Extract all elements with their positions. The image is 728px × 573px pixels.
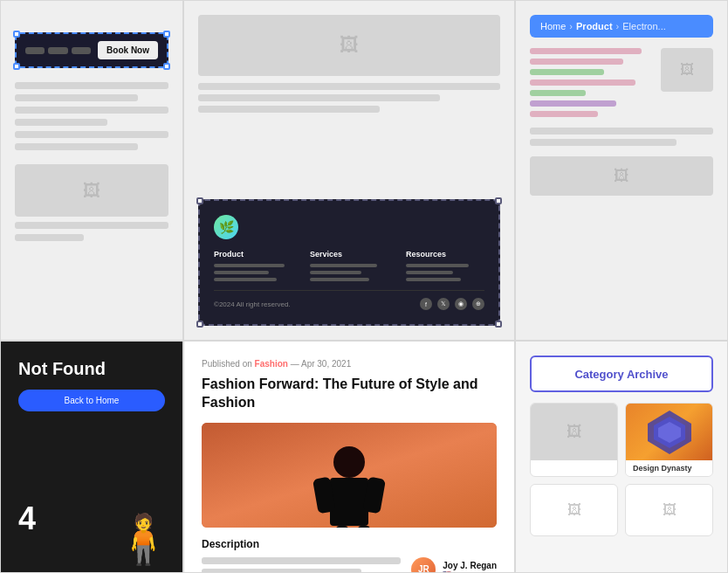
image-icon: 🖼 — [340, 34, 359, 57]
back-home-button[interactable]: Back to Home — [18, 390, 165, 411]
nav-line — [310, 271, 361, 274]
footer-bottom: ©2024 All right reserved. f 𝕏 ◉ ⊕ — [214, 290, 484, 310]
facebook-icon[interactable]: f — [420, 298, 432, 310]
bottom-left-cell: Not Found Back to Home 4 🧍 — [0, 341, 183, 573]
archive-item-3[interactable]: 🖼 — [530, 484, 618, 536]
category-archive-title: Category Archive — [574, 368, 668, 381]
top-mid-cell: 🖼 🌿 Product Services — [183, 0, 515, 341]
resize-handle-bl[interactable] — [196, 321, 203, 328]
website-icon[interactable]: ⊕ — [472, 298, 484, 310]
upper-lines — [198, 83, 500, 113]
archive-item-featured[interactable]: Design Dynasty — [625, 403, 713, 477]
footer-nav: Product Services Resources — [214, 250, 484, 281]
blog-title: Fashion Forward: The Future of Style and… — [202, 376, 497, 412]
footer-nav-lines — [310, 264, 388, 281]
blog-tag[interactable]: Fashion — [255, 359, 288, 369]
footer-dark-component: 🌿 Product Services Resource — [198, 199, 500, 326]
resize-handle-bl[interactable] — [13, 63, 20, 70]
nav-line — [310, 264, 377, 267]
archive-thumbnail: 🖼 — [531, 404, 617, 460]
blog-featured-image — [202, 423, 497, 528]
ph-line — [530, 48, 642, 54]
blog-date: — — [291, 359, 301, 369]
resize-handle-tr[interactable] — [495, 197, 502, 204]
ph-line — [198, 106, 380, 113]
ph-line — [15, 143, 138, 150]
blog-author: JR Joy J. Regan 🇺🇸 John entry — [411, 557, 497, 573]
published-label: Published on — [202, 359, 252, 369]
archive-featured-image — [626, 404, 712, 460]
input-bar-3 — [72, 47, 91, 54]
image-icon: 🖼 — [567, 502, 581, 518]
archive-item-1[interactable]: 🖼 — [530, 403, 618, 477]
featured-graphic — [626, 404, 712, 460]
breadcrumb-separator: › — [616, 21, 620, 31]
ph-line — [15, 119, 107, 126]
nav-line — [214, 264, 285, 267]
resize-handle-tr[interactable] — [163, 31, 170, 38]
ph-line — [15, 94, 138, 101]
breadcrumb-home[interactable]: Home — [540, 21, 566, 31]
ph-line — [202, 557, 401, 564]
resize-handle-br[interactable] — [495, 321, 502, 328]
breadcrumb-product[interactable]: Product — [576, 21, 613, 31]
placeholder-wide-image: 🖼 — [198, 15, 500, 76]
image-icon: 🖼 — [614, 167, 629, 185]
image-icon: 🖼 — [680, 62, 694, 78]
archive-item-label: Design Dynasty — [626, 460, 712, 476]
ph-line — [530, 139, 676, 146]
author-avatar: JR — [411, 557, 436, 573]
description-label: Description — [202, 538, 497, 550]
author-info: Joy J. Regan 🇺🇸 John entry — [443, 561, 497, 573]
footer-nav-lines — [214, 264, 292, 281]
breadcrumb-separator: › — [569, 21, 573, 31]
twitter-icon[interactable]: 𝕏 — [437, 298, 450, 310]
book-now-button[interactable]: Book Now — [98, 41, 158, 59]
ph-line — [530, 111, 598, 117]
booking-widget[interactable]: Book Now — [15, 32, 168, 68]
top-left-cell: Book Now 🖼 — [0, 0, 183, 341]
product-content: 🖼 🖼 — [530, 48, 713, 196]
input-bar-1 — [25, 47, 45, 54]
ph-line — [530, 128, 713, 135]
footer-nav-col-product: Product — [214, 250, 292, 281]
ph-line — [15, 234, 84, 241]
input-bar-2 — [48, 47, 67, 54]
svg-rect-2 — [330, 478, 368, 526]
nav-line — [214, 278, 277, 281]
top-mid-upper: 🖼 — [198, 15, 500, 192]
blog-date-value: Apr 30, 2021 — [301, 359, 351, 369]
footer-nav-col-services: Services — [310, 250, 388, 281]
booking-inputs — [25, 47, 91, 54]
resize-handle-tl[interactable] — [13, 31, 20, 38]
footer-nav-title: Services — [310, 250, 388, 259]
resize-handle-tl[interactable] — [196, 197, 203, 204]
placeholder-image: 🖼 — [15, 164, 168, 217]
breadcrumb-electronics[interactable]: Electron... — [622, 21, 666, 31]
ph-line — [202, 569, 361, 573]
blog-published: Published on Fashion — Apr 30, 2021 — [202, 359, 497, 369]
archive-item-4[interactable]: 🖼 — [625, 484, 713, 536]
nav-line — [310, 278, 369, 281]
bottom-mid-cell: Published on Fashion — Apr 30, 2021 Fash… — [183, 341, 515, 573]
ph-line — [530, 69, 604, 75]
error-number: 4 — [18, 501, 36, 537]
svg-point-1 — [333, 446, 365, 478]
top-right-cell: Home › Product › Electron... 🖼 🖼 — [515, 0, 728, 341]
ph-line — [15, 82, 168, 89]
resize-handle-br[interactable] — [163, 63, 170, 70]
ph-line — [198, 83, 500, 90]
footer-nav-col-resources: Resources — [406, 250, 484, 281]
not-found-title: Not Found — [18, 359, 165, 379]
image-icon: 🖼 — [83, 181, 100, 201]
footer-logo: 🌿 — [214, 215, 484, 239]
instagram-icon[interactable]: ◉ — [455, 298, 467, 310]
product-image-2: 🖼 — [530, 156, 713, 196]
author-flag: 🇺🇸 John entry — [443, 570, 497, 573]
archive-bottom-row: 🖼 🖼 — [530, 484, 713, 536]
footer-nav-title: Resources — [406, 250, 484, 259]
nav-line — [214, 271, 269, 274]
ph-line — [530, 79, 635, 86]
ph-line — [530, 59, 623, 65]
ph-line — [15, 222, 168, 229]
